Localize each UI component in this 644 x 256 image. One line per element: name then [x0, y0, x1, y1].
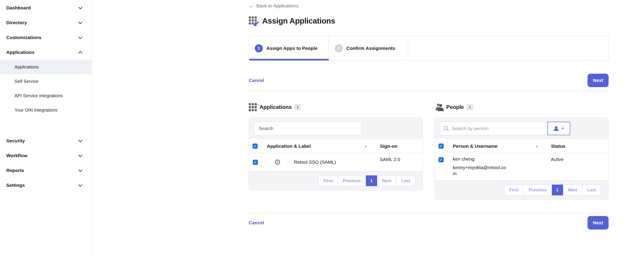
- sidebar-item-workflow[interactable]: Workflow: [0, 148, 92, 163]
- chevron-down-icon: [78, 5, 82, 9]
- applications-search-bar: [249, 118, 422, 139]
- chevron-down-icon: [78, 168, 82, 172]
- sidebar-item-customizations[interactable]: Customizations: [0, 30, 92, 45]
- sidebar-item-label: Settings: [6, 183, 25, 188]
- sidebar-item-label: Reports: [6, 168, 24, 173]
- pagination-previous-button[interactable]: Previous: [524, 185, 552, 195]
- sidebar-subitem-label: Your OIN Integrations: [14, 107, 58, 113]
- sidebar-item-label: Dashboard: [6, 5, 31, 11]
- person-row-checkbox[interactable]: ✓: [438, 157, 444, 162]
- check-icon: ✓: [440, 144, 442, 148]
- sort-ascending-icon: ▲: [535, 144, 538, 148]
- back-arrow-icon: ←: [249, 3, 254, 9]
- pagination-next-button[interactable]: Next: [563, 185, 582, 195]
- step-label: Assign Apps to People: [266, 46, 318, 51]
- application-row: ✓ ⚙ Retool SSO (SAML) SAML 2.0: [249, 153, 422, 171]
- cancel-button[interactable]: Cancel: [249, 78, 264, 83]
- sidebar-item-label: Customizations: [6, 35, 41, 40]
- sidebar-item-applications[interactable]: Applications: [0, 45, 92, 60]
- person-username: kenny+myokta@retool.com: [453, 164, 508, 177]
- chevron-down-icon: [78, 153, 82, 157]
- back-link-label: Back to Applications: [256, 3, 298, 9]
- pagination-first-button[interactable]: First: [318, 175, 338, 186]
- sidebar-item-label: Applications: [6, 50, 34, 55]
- next-button[interactable]: Next: [588, 216, 608, 229]
- chevron-down-icon: [78, 138, 82, 142]
- people-search-input[interactable]: [440, 122, 548, 135]
- assignment-panels: Applications 1 ✓ Application & Label ▲: [249, 102, 608, 200]
- people-count-badge: 1: [466, 104, 473, 110]
- select-all-people-checkbox[interactable]: ✓: [438, 144, 444, 149]
- column-header-status[interactable]: Status: [544, 139, 608, 153]
- sort-ascending-icon: ▲: [364, 144, 367, 148]
- people-panel: People 1: [435, 102, 609, 200]
- step-number-badge: 1: [255, 44, 263, 52]
- sidebar-subitem-label: API Service Integrations: [14, 93, 63, 98]
- check-icon: ✓: [440, 158, 442, 162]
- sidebar-item-label: Security: [6, 138, 25, 144]
- sidebar-item-dashboard[interactable]: Dashboard: [0, 1, 92, 15]
- cancel-button[interactable]: Cancel: [249, 220, 264, 225]
- status-badge: Active: [551, 157, 564, 162]
- column-header-application-label[interactable]: Application & Label ▲: [262, 139, 373, 153]
- key-icon: [253, 21, 260, 27]
- pagination-last-button[interactable]: Last: [582, 185, 601, 195]
- sidebar-item-settings[interactable]: Settings: [0, 178, 92, 193]
- applications-grid-icon: [249, 103, 257, 111]
- person-row: ✓ ken cheng kenny+myokta@retool.com Acti…: [435, 153, 608, 180]
- sidebar-subitem-applications[interactable]: Applications: [0, 60, 92, 74]
- back-to-applications-link[interactable]: ← Back to Applications: [249, 3, 298, 9]
- sidebar-item-security[interactable]: Security: [0, 134, 92, 148]
- sidebar-subitem-self-service[interactable]: Self Service: [0, 74, 92, 88]
- applications-pagination: First Previous 1 Next Last: [249, 171, 422, 190]
- page-title: Assign Applications: [262, 16, 335, 25]
- wizard-actions-bottom: Cancel Next: [249, 216, 608, 229]
- sidebar: Dashboard Directory Customizations Appli…: [0, 0, 92, 256]
- people-table-card: ▼ ✓ Person & Username ▲ Status: [435, 117, 609, 200]
- sidebar-subitem-label: Self Service: [14, 79, 38, 84]
- people-search-bar: ▼: [435, 118, 608, 139]
- wizard-actions-top: Cancel Next: [249, 74, 608, 87]
- search-icon: [444, 125, 449, 131]
- people-panel-title: People 1: [435, 102, 609, 112]
- section-divider: [249, 213, 608, 213]
- sidebar-subitem-api-service-integrations[interactable]: API Service Integrations: [0, 88, 92, 103]
- sidebar-subitem-your-oin-integrations[interactable]: Your OIN Integrations: [0, 103, 92, 117]
- step-number-badge: 2: [335, 44, 343, 52]
- panel-title-label: People: [446, 104, 464, 110]
- applications-table-card: ✓ Application & Label ▲ Sign-on ✓: [249, 117, 423, 190]
- step-assign-apps-to-people[interactable]: 1 Assign Apps to People: [249, 36, 329, 60]
- pagination-first-button[interactable]: First: [504, 185, 524, 195]
- main-content: ← Back to Applications Assign Applicatio…: [249, 0, 608, 229]
- pagination-current-page[interactable]: 1: [552, 185, 563, 195]
- pagination-next-button[interactable]: Next: [377, 175, 396, 186]
- step-confirm-assignments[interactable]: 2 Confirm Assignments: [329, 36, 408, 60]
- sidebar-subitem-label: Applications: [14, 64, 39, 70]
- assign-applications-icon: [249, 16, 258, 26]
- step-label: Confirm Assignments: [346, 46, 395, 51]
- applications-panel: Applications 1 ✓ Application & Label ▲: [249, 102, 423, 200]
- application-name: Retool SSO (SAML): [294, 160, 336, 165]
- sidebar-item-label: Directory: [6, 20, 27, 25]
- pagination-previous-button[interactable]: Previous: [338, 175, 366, 186]
- pagination-last-button[interactable]: Last: [396, 175, 415, 186]
- people-icon: [435, 103, 444, 111]
- people-pagination: First Previous 1 Next Last: [435, 180, 608, 199]
- person-filter-dropdown[interactable]: ▼: [548, 122, 570, 135]
- wizard-steps: 1 Assign Apps to People 2 Confirm Assign…: [249, 36, 608, 61]
- applications-table-header: ✓ Application & Label ▲ Sign-on: [249, 139, 422, 153]
- app-gear-icon: ⚙: [274, 158, 281, 166]
- next-button[interactable]: Next: [588, 74, 608, 87]
- caret-down-icon: ▼: [561, 127, 564, 130]
- sidebar-item-label: Workflow: [6, 153, 27, 158]
- sidebar-item-reports[interactable]: Reports: [0, 163, 92, 178]
- sidebar-item-directory[interactable]: Directory: [0, 15, 92, 30]
- panel-title-label: Applications: [260, 104, 292, 110]
- column-header-person-username[interactable]: Person & Username ▲: [448, 139, 544, 153]
- column-header-sign-on[interactable]: Sign-on: [373, 139, 422, 153]
- person-status: Active: [544, 153, 608, 180]
- application-row-checkbox[interactable]: ✓: [253, 160, 258, 165]
- pagination-current-page[interactable]: 1: [366, 175, 377, 186]
- select-all-applications-checkbox[interactable]: ✓: [252, 144, 258, 149]
- applications-search-input[interactable]: [254, 122, 362, 135]
